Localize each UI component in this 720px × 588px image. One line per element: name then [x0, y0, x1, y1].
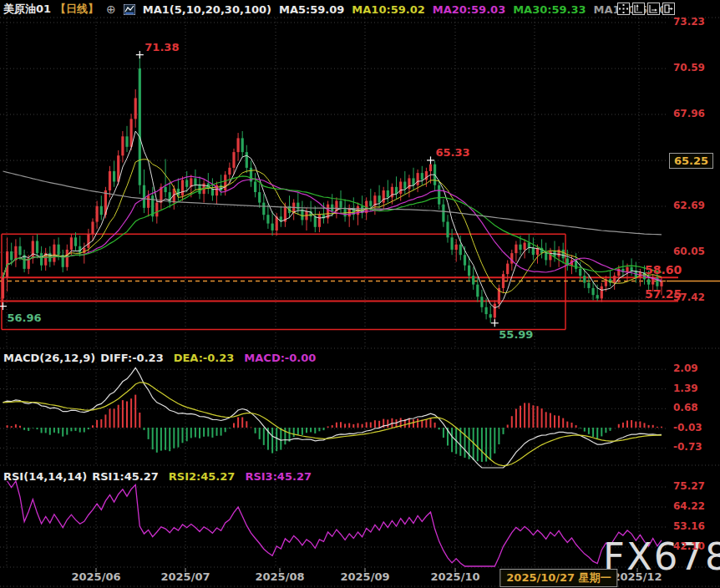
rsi-header: RSI(14,14,14) RSI1:45.27 RSI2:45.27 RSI3…: [3, 470, 312, 483]
ma5-value: MA5:59.09: [279, 3, 344, 16]
axis-scale-right-icon[interactable]: [647, 3, 660, 15]
rsi1-value: RSI1:45.27: [92, 470, 159, 483]
macd-params-label: MACD(26,12,9): [3, 352, 95, 364]
chart-canvas[interactable]: [0, 0, 720, 588]
fx678-watermark: FX678: [603, 535, 720, 579]
rsi2-value: RSI2:45.27: [169, 470, 236, 483]
rsi3-value: RSI3:45.27: [245, 470, 312, 483]
macd-macd-value: MACD:-0.00: [244, 352, 316, 364]
pan-tool-icon[interactable]: [617, 3, 630, 15]
ma30-value: MA30:59.33: [513, 3, 586, 16]
chart-header: 美原油01 【日线】 ⊕ MA1(5,10,20,30,100) MA5:59.…: [3, 2, 674, 17]
macd-dea-value: DEA:-0.23: [174, 352, 235, 364]
chart-toolbar: [617, 3, 675, 15]
symbol-title: 美原油01: [3, 2, 51, 17]
macd-header: MACD(26,12,9) DIFF:-0.23 DEA:-0.23 MACD:…: [3, 352, 316, 364]
rsi-params-label: RSI(14,14,14): [3, 470, 87, 483]
period-label: 【日线】: [55, 2, 99, 17]
ma-settings-label: MA1(5,10,20,30,100): [143, 3, 271, 16]
ma10-value: MA10:59.02: [352, 3, 424, 16]
ma20-value: MA20:59.03: [433, 3, 505, 16]
trading-app-window: 美原油01 【日线】 ⊕ MA1(5,10,20,30,100) MA5:59.…: [0, 0, 720, 588]
chart-type-icon[interactable]: [124, 4, 135, 15]
add-indicator-icon[interactable]: ⊕: [106, 3, 116, 16]
exit-pane-icon[interactable]: [662, 3, 675, 15]
axis-scale-left-icon[interactable]: [632, 3, 645, 15]
macd-diff-value: DIFF:-0.23: [100, 352, 163, 364]
